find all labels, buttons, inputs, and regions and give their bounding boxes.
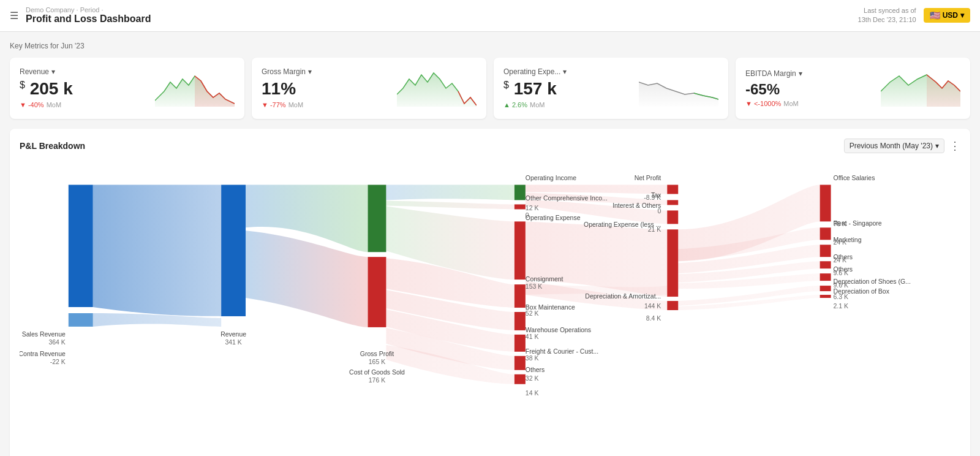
app-header: ☰ Demo Company · Period · Profit and Los… [0,0,980,32]
flow-sales-to-revenue [93,184,221,316]
more-options-button[interactable]: ⋮ [949,139,960,153]
metric-card-gross-margin: Gross Margin ▾ 11% ▼ -77% MoM [252,58,486,119]
node-sales-revenue[interactable] [69,184,93,306]
svg-marker-3 [639,82,718,107]
node-warehouse-operations[interactable] [514,335,526,352]
label-operating-expense-col3: Operating Expense [526,215,581,221]
label-depreciation: Depreciation & Amortizat... [585,293,661,300]
sync-info: Last synced as of 13th Dec '23, 21:10 [858,6,916,25]
node-depreciation-shoes[interactable] [820,286,831,291]
operating-expense-mini-chart [639,70,718,107]
label-others-14k: Others [526,367,545,373]
svg-marker-2 [397,73,477,107]
node-box-maintenance[interactable] [514,312,526,330]
label-warehouse-ops: Warehouse Operations [526,327,591,333]
node-others-14k[interactable] [514,374,526,384]
node-revenue[interactable] [221,184,246,316]
value-box-maintenance: 41 K [526,333,539,340]
node-depreciation[interactable] [667,301,678,310]
label-contra-revenue: Contra Revenue [20,351,66,357]
metric-value-ebitda-margin: -65% [745,82,802,97]
value-operating-income: 12 K [526,205,539,211]
node-freight-courier[interactable] [514,356,526,370]
value-sales-revenue: 364 K [48,339,65,346]
period-label: Previous Month (May '23) [850,142,933,150]
node-tax[interactable] [667,200,678,205]
node-op-expense-less[interactable] [667,229,678,297]
metric-value-gross-margin: 11% [262,80,312,99]
value-op-expense-less: 144 K [644,303,661,310]
node-marketing[interactable] [820,245,831,257]
menu-icon[interactable]: ☰ [10,10,18,21]
label-other-comprehensive: Other Comprehensive Inco... [526,195,608,202]
gross-margin-dropdown-icon[interactable]: ▾ [308,67,312,76]
ebitda-mini-chart [881,70,960,107]
metric-change-gross-margin: ▼ -77% MoM [262,101,312,108]
label-op-expense-less: Operating Expense (less ... [584,221,661,228]
currency-selector[interactable]: 🇺🇸 USD ▾ [924,8,970,23]
main-content: Key Metrics for Jun '23 Revenue ▾ $ 205 … [0,32,980,456]
period-selector[interactable]: Previous Month (May '23) ▾ [844,139,944,153]
sankey-chart: Sales Revenue 364 K Contra Revenue -22 K… [20,163,960,456]
node-consignment[interactable] [514,284,526,308]
label-net-profit: Net Profit [635,174,662,181]
metric-label-gross-margin: Gross Margin ▾ [262,67,312,76]
label-box-maintenance: Box Maintenance [526,304,575,311]
revenue-dropdown-icon[interactable]: ▾ [51,67,55,76]
node-gross-profit[interactable] [368,184,386,252]
metric-card-operating-expense: Operating Expe... ▾ $ 157 k ▲ 2.6% MoM [494,58,728,119]
node-rent-singapore[interactable] [820,227,831,240]
value-revenue: 341 K [225,339,241,346]
metric-label-revenue: Revenue ▾ [20,67,73,76]
header-left: ☰ Demo Company · Period · Profit and Los… [10,6,151,25]
metric-card-revenue: Revenue ▾ $ 205 k ▼ -40% MoM [10,58,244,119]
node-contra-revenue[interactable] [69,313,93,327]
label-others-9-6k-1: Others [834,254,853,260]
node-net-profit[interactable] [667,184,678,194]
flow-gp-to-opincme [386,184,514,200]
value-consignment: 52 K [526,310,539,317]
key-metrics-section-title: Key Metrics for Jun '23 [10,42,970,50]
label-interest-others: Interest & Others [612,202,661,209]
value-cogs: 176 K [369,376,385,383]
header-right: Last synced as of 13th Dec '23, 21:10 🇺🇸… [858,6,970,25]
node-other-comprehensive[interactable] [514,204,526,209]
label-office-salaries: Office Salaries [834,174,875,181]
node-operating-expense[interactable] [514,221,526,279]
label-sales-revenue: Sales Revenue [22,331,66,338]
node-operating-income[interactable] [514,184,526,200]
label-gross-profit: Gross Profit [360,351,394,357]
sankey-svg: Sales Revenue 364 K Contra Revenue -22 K… [20,163,960,456]
node-depreciation-box[interactable] [820,295,831,298]
label-rent-singapore: Rent - Singapore [834,220,882,227]
value-depreciation: 8.4 K [646,315,661,322]
gross-margin-mini-chart [397,70,477,107]
node-others-9-6k-1[interactable] [820,261,831,268]
value-gross-profit: 165 K [369,359,385,365]
label-consignment: Consignment [526,276,564,283]
value-warehouse-ops: 38 K [526,355,539,362]
breadcrumb: Demo Company · Period · [26,6,151,13]
label-operating-income: Operating Income [526,174,576,181]
currency-label: USD [943,11,958,20]
node-cogs[interactable] [368,257,386,327]
metric-change-operating-expense: ▲ 2.6% MoM [503,101,567,108]
node-office-salaries[interactable] [820,184,831,221]
title-group: Demo Company · Period · Profit and Loss … [26,6,151,25]
label-dep-box: Depreciation of Box [834,288,890,295]
ebitda-dropdown-icon[interactable]: ▾ [799,69,802,78]
flow-gp-to-other [386,200,514,209]
metric-card-ebitda-margin: EBITDA Margin ▾ -65% ▼ <-1000% MoM [736,58,970,119]
currency-dropdown-icon: ▾ [960,11,964,20]
operating-expense-dropdown-icon[interactable]: ▾ [563,67,567,76]
label-others-9-6k-2: Others [834,266,853,273]
breakdown-title: P&L Breakdown [20,141,85,151]
metric-value-revenue: $ 205 k [20,80,73,99]
node-interest-others[interactable] [667,210,678,224]
metric-change-ebitda-margin: ▼ <-1000% MoM [745,100,802,107]
breakdown-header: P&L Breakdown Previous Month (May '23) ▾… [20,139,960,153]
node-others-9-6k-2[interactable] [820,273,831,281]
page-title: Profit and Loss Dashboard [26,13,151,25]
value-contra-revenue: -22 K [50,359,66,365]
label-freight-courier: Freight & Courier - Cust... [526,348,598,355]
